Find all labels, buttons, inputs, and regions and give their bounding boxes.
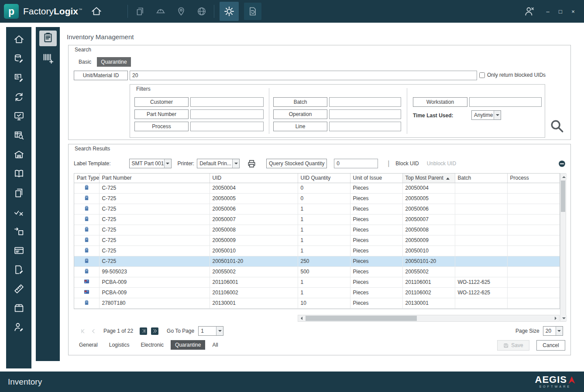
- table-row[interactable]: C-72520050101-20250Pieces20050101-20: [74, 256, 560, 266]
- filter-customer-input[interactable]: [190, 97, 264, 107]
- settings-nav-active[interactable]: [220, 2, 239, 21]
- sidebar-item-approve-reject[interactable]: [6, 206, 31, 218]
- filter-workstation-button[interactable]: Workstation: [413, 97, 467, 107]
- col-top-most-parent[interactable]: Top Most Parent: [402, 174, 455, 183]
- col-unit-of-issue[interactable]: Unit of Issue: [350, 174, 402, 183]
- filter-process-input[interactable]: [190, 122, 264, 131]
- col-uid-quantity[interactable]: UID Quantity: [298, 174, 350, 183]
- printer-combo[interactable]: Default Prin...: [197, 159, 240, 168]
- scroll-left-arrow[interactable]: [298, 315, 305, 321]
- filter-operation-button[interactable]: Operation: [273, 109, 327, 119]
- tab-electronic[interactable]: Electronic: [136, 340, 168, 350]
- filter-line-button[interactable]: Line: [273, 122, 327, 131]
- stocked-quantity-input[interactable]: [334, 159, 378, 168]
- unit-material-id-button[interactable]: Unit/Material ID: [74, 71, 128, 80]
- vertical-scroll-thumb[interactable]: [561, 181, 565, 212]
- sidebar-item-database-edit[interactable]: [6, 52, 31, 65]
- table-row[interactable]: C-725200500081Pieces20050008: [74, 225, 560, 235]
- table-row[interactable]: 99-50502320055002500Pieces20055002: [74, 266, 560, 277]
- filter-line-input[interactable]: [329, 122, 401, 131]
- table-row[interactable]: PCBA-0092011060021Pieces201106002WO-1122…: [74, 287, 560, 298]
- table-row[interactable]: C-725200500050Pieces20050005: [74, 193, 560, 204]
- sidebar-item-document-edit[interactable]: [6, 263, 31, 276]
- scroll-up-arrow[interactable]: [560, 174, 567, 180]
- next-page-button[interactable]: [140, 327, 147, 335]
- filter-process-button[interactable]: Process: [134, 122, 189, 131]
- last-page-button[interactable]: [151, 327, 158, 335]
- only-blocked-checkbox[interactable]: [479, 72, 485, 78]
- sidebar-item-table-search[interactable]: [6, 129, 31, 141]
- table-row[interactable]: PCBA-0092011060011Pieces201106001WO-1122…: [74, 277, 560, 287]
- maximize-button[interactable]: □: [557, 8, 563, 15]
- sidebar-item-warehouse[interactable]: [6, 148, 31, 160]
- table-row[interactable]: C-725200500071Pieces20050007: [74, 214, 560, 225]
- hardhat-icon[interactable]: [155, 6, 166, 17]
- sidebar-item-copy[interactable]: [6, 187, 31, 199]
- horizontal-scrollbar[interactable]: [298, 315, 560, 322]
- print-button[interactable]: [247, 159, 257, 169]
- documents-icon[interactable]: [135, 6, 145, 17]
- horizontal-scroll-thumb[interactable]: [306, 316, 417, 321]
- save-button[interactable]: Save: [497, 340, 529, 351]
- sidebar-item-book[interactable]: [6, 167, 31, 180]
- search-button[interactable]: [550, 119, 564, 133]
- globe-icon[interactable]: [196, 6, 207, 17]
- sidebar-item-pcb-design[interactable]: [6, 72, 31, 84]
- sidebar-item-sync[interactable]: [6, 91, 31, 103]
- col-part-type[interactable]: Part Type: [74, 174, 99, 183]
- sidebar-item-id-card[interactable]: [6, 244, 31, 256]
- home-nav-icon[interactable]: [91, 6, 102, 17]
- filter-workstation-input[interactable]: [469, 97, 542, 107]
- cancel-button[interactable]: Cancel: [536, 340, 565, 351]
- sidebar-item-operator-edit[interactable]: [6, 321, 31, 333]
- table-row[interactable]: C-725200500061Pieces20050006: [74, 204, 560, 214]
- nav-barcode-add[interactable]: [39, 51, 57, 67]
- label-template-combo[interactable]: SMT Part 001: [129, 159, 172, 168]
- minimize-button[interactable]: –: [545, 8, 551, 15]
- sidebar-item-measure[interactable]: [6, 283, 31, 295]
- tab-logistics[interactable]: Logistics: [105, 340, 134, 350]
- location-icon[interactable]: [176, 6, 186, 17]
- col-part-number[interactable]: Part Number: [99, 174, 210, 183]
- tab-quarantine-bottom[interactable]: Quarantine: [171, 340, 205, 350]
- page-size-combo[interactable]: 20: [543, 326, 563, 336]
- col-uid[interactable]: UID: [210, 174, 298, 183]
- scroll-down-arrow[interactable]: [560, 315, 567, 321]
- filter-customer-button[interactable]: Customer: [134, 97, 189, 107]
- tab-quarantine[interactable]: Quarantine: [97, 57, 131, 67]
- tab-basic[interactable]: Basic: [75, 57, 95, 67]
- sidebar-item-package[interactable]: [6, 302, 31, 314]
- nav-inspection-plan[interactable]: [39, 31, 57, 46]
- filter-batch-input[interactable]: [329, 97, 401, 107]
- time-last-used-combo[interactable]: Anytime: [471, 110, 501, 120]
- only-blocked-row[interactable]: Only return blocked UIDs: [479, 72, 546, 78]
- col-process[interactable]: Process: [507, 174, 560, 183]
- filter-operation-input[interactable]: [329, 109, 401, 119]
- filter-part-number-input[interactable]: [190, 109, 264, 119]
- unit-material-id-input[interactable]: [130, 71, 477, 80]
- col-batch[interactable]: Batch: [455, 174, 507, 183]
- sidebar-item-move-to-stock[interactable]: [6, 225, 31, 237]
- table-row[interactable]: C-725200500040Pieces20050004: [74, 183, 560, 193]
- block-uid-button[interactable]: Block UID: [395, 160, 419, 167]
- user-logout-icon[interactable]: [524, 6, 535, 17]
- previous-page-button[interactable]: [90, 328, 97, 334]
- document-history-nav[interactable]: [244, 3, 261, 20]
- vertical-scrollbar[interactable]: [560, 173, 566, 322]
- filter-batch-button[interactable]: Batch: [273, 97, 327, 107]
- sidebar-item-home[interactable]: [6, 33, 31, 45]
- sidebar-item-monitor-check[interactable]: [6, 110, 31, 122]
- scroll-right-arrow[interactable]: [553, 315, 559, 321]
- first-page-button[interactable]: [80, 328, 86, 334]
- table-row[interactable]: C-725200500101Pieces20050010: [74, 245, 560, 256]
- close-button[interactable]: ×: [570, 8, 576, 15]
- block-circle-icon[interactable]: [558, 160, 566, 168]
- go-to-page-combo[interactable]: 1: [198, 326, 223, 336]
- tab-general[interactable]: General: [75, 340, 102, 350]
- unblock-uid-button[interactable]: Unblock UID: [427, 160, 456, 167]
- table-row[interactable]: C-725200500091Pieces20050009: [74, 235, 560, 245]
- query-stocked-quantity-button[interactable]: Query Stocked Quantity: [266, 159, 327, 168]
- filter-part-number-button[interactable]: Part Number: [134, 109, 189, 119]
- table-row[interactable]: 2780T1802013000110Pieces20130001: [74, 298, 560, 308]
- tab-all[interactable]: All: [208, 340, 222, 350]
